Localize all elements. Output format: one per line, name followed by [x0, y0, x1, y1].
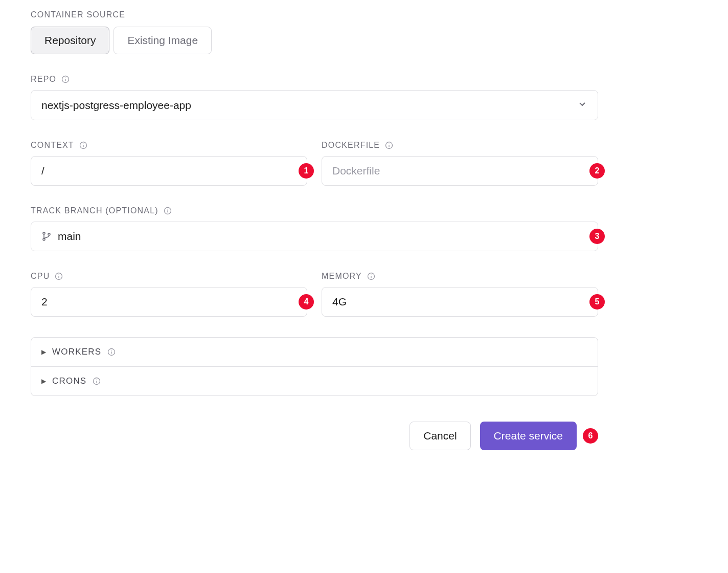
track-branch-label: TRACK BRANCH (OPTIONAL)	[31, 206, 598, 215]
context-label: CONTEXT	[31, 141, 307, 150]
cpu-value: 2	[41, 296, 297, 308]
branch-icon	[41, 231, 52, 241]
annotation-badge-6: 6	[583, 428, 598, 444]
svg-point-13	[43, 238, 45, 240]
info-icon[interactable]	[79, 141, 87, 149]
memory-value: 4G	[332, 296, 587, 308]
repo-select-value: nextjs-postgress-employee-app	[41, 99, 191, 112]
workers-section[interactable]: ▶ WORKERS	[31, 337, 598, 367]
actions-row: Cancel Create service 6	[31, 422, 598, 450]
svg-point-25	[97, 379, 97, 380]
info-icon[interactable]	[367, 272, 375, 280]
svg-point-12	[43, 232, 45, 234]
triangle-right-icon: ▶	[41, 348, 46, 356]
svg-point-14	[48, 233, 50, 235]
context-value: /	[41, 165, 297, 177]
chevron-down-icon	[577, 99, 587, 112]
info-icon[interactable]	[164, 207, 172, 215]
crons-label: CRONS	[52, 376, 86, 386]
memory-input[interactable]: 4G 5	[322, 287, 598, 317]
triangle-right-icon: ▶	[41, 378, 46, 385]
info-icon[interactable]	[61, 75, 70, 83]
info-icon[interactable]	[55, 272, 63, 280]
container-source-label-text: CONTAINER SOURCE	[31, 10, 125, 19]
repo-select[interactable]: nextjs-postgress-employee-app	[31, 90, 598, 120]
info-icon[interactable]	[385, 141, 393, 149]
svg-point-22	[111, 350, 112, 350]
container-source-tabs: Repository Existing Image	[31, 27, 598, 54]
annotation-badge-4: 4	[299, 294, 314, 310]
cpu-label: CPU	[31, 272, 307, 281]
cancel-button[interactable]: Cancel	[410, 422, 470, 450]
track-branch-value: main	[58, 230, 587, 243]
annotation-badge-1: 1	[299, 163, 314, 179]
repo-label: REPO	[31, 75, 598, 84]
svg-point-4	[83, 143, 83, 144]
container-source-label: CONTAINER SOURCE	[31, 10, 598, 19]
svg-point-7	[389, 143, 390, 144]
annotation-badge-2: 2	[589, 163, 605, 179]
info-icon[interactable]	[93, 377, 101, 385]
info-icon[interactable]	[107, 348, 116, 356]
tab-existing-image[interactable]: Existing Image	[113, 27, 212, 54]
memory-label: MEMORY	[322, 272, 598, 281]
tab-repository[interactable]: Repository	[31, 27, 109, 54]
dockerfile-label: DOCKERFILE	[322, 141, 598, 150]
svg-point-19	[371, 274, 371, 275]
context-input[interactable]: / 1	[31, 156, 307, 186]
svg-point-1	[65, 77, 66, 78]
annotation-badge-5: 5	[589, 294, 605, 310]
track-branch-input[interactable]: main 3	[31, 222, 598, 251]
svg-point-16	[59, 274, 59, 275]
cpu-input[interactable]: 2 4	[31, 287, 307, 317]
dockerfile-placeholder: Dockerfile	[332, 165, 587, 177]
dockerfile-input[interactable]: Dockerfile 2	[322, 156, 598, 186]
workers-label: WORKERS	[52, 347, 101, 357]
annotation-badge-3: 3	[589, 229, 605, 244]
crons-section[interactable]: ▶ CRONS	[31, 367, 598, 396]
svg-point-10	[167, 209, 168, 209]
create-service-button[interactable]: Create service	[480, 422, 577, 450]
